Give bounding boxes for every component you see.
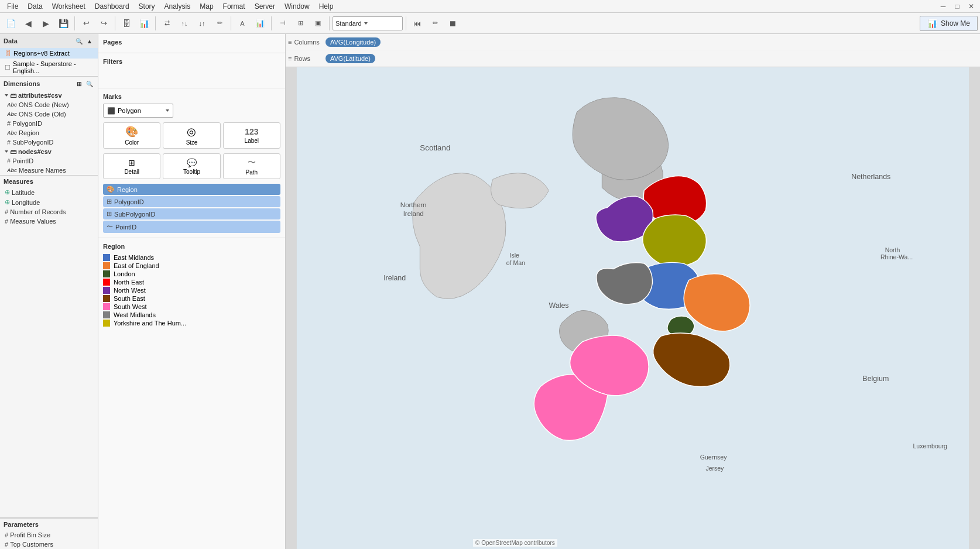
menu-help[interactable]: Help	[314, 1, 338, 12]
marks-label-btn[interactable]: 123 Label	[223, 122, 280, 149]
sep7	[406, 16, 406, 30]
marks-field-point[interactable]: 〜 PointID	[103, 221, 280, 233]
point-field-label: PointID	[115, 224, 136, 231]
datasource-btn[interactable]: 🗄	[118, 15, 135, 32]
beginning-btn[interactable]: ⏮	[409, 15, 426, 32]
menu-analysis[interactable]: Analysis	[160, 1, 196, 12]
sort-desc-btn[interactable]: ↓↑	[194, 15, 210, 32]
data-collapse-icon[interactable]: ▲	[85, 36, 94, 46]
nodes-table-icon: 🗃	[10, 148, 16, 155]
dimensions-search-icon[interactable]: 🔍	[85, 79, 94, 88]
legend-east-england[interactable]: East of England	[103, 262, 280, 270]
legend-yorkshire[interactable]: Yorkshire and The Hum...	[103, 319, 280, 327]
window-min-btn[interactable]: ─	[937, 1, 950, 12]
legend-south-west[interactable]: South West	[103, 303, 280, 311]
play-back-btn[interactable]: ✏	[427, 15, 443, 32]
measure-num-records[interactable]: # Number of Records	[0, 207, 98, 217]
menu-server[interactable]: Server	[250, 1, 280, 12]
marks-path-btn[interactable]: 〜 Path	[223, 153, 280, 179]
sort-asc-btn[interactable]: ↑↓	[176, 15, 193, 32]
dim-measure-names[interactable]: Abc Measure Names	[2, 166, 98, 175]
shelves-area: ≡ Columns AVG(Longitude) ≡ Rows AVG(Lati…	[286, 34, 980, 67]
subpolygon-field-label: SubPolygonID	[114, 211, 155, 218]
map-canvas[interactable]: Scotland Northern Ireland Isle of Man Ir…	[286, 67, 980, 549]
redo-btn[interactable]: ↪	[95, 15, 112, 32]
map-svg-container: Scotland Northern Ireland Isle of Man Ir…	[286, 67, 980, 549]
attributes-group-header[interactable]: 🗃 attributes#csv	[2, 91, 98, 100]
data-section-header[interactable]: Data 🔍 ▲	[0, 34, 98, 48]
menu-map[interactable]: Map	[195, 1, 218, 12]
rows-pill[interactable]: AVG(Latitude)	[325, 54, 375, 63]
measure-latitude[interactable]: ⊕ Latitude	[0, 187, 98, 197]
dim-region[interactable]: Abc Region	[2, 128, 98, 138]
marks-color-btn[interactable]: 🎨 Color	[103, 122, 160, 149]
measure-longitude[interactable]: ⊕ Longitude	[0, 197, 98, 207]
save-btn[interactable]: 💾	[55, 15, 71, 32]
marks-field-subpolygon[interactable]: ⊞ SubPolygonID	[103, 208, 280, 219]
dim-point-id[interactable]: # PointID	[2, 156, 98, 166]
window-max-btn[interactable]: □	[951, 1, 964, 12]
path-icon: 〜	[248, 157, 256, 168]
dim-subpolygon-id[interactable]: # SubPolygonID	[2, 138, 98, 147]
measure-values[interactable]: # Measure Values	[0, 217, 98, 226]
fix-axes-btn[interactable]: ⊣	[275, 15, 291, 32]
isle-man-label: Isle	[509, 252, 519, 259]
measures-section: Measures ⊕ Latitude ⊕ Longitude # Number…	[0, 176, 98, 518]
marks-field-region[interactable]: 🎨 Region	[103, 184, 280, 195]
menu-story[interactable]: Story	[134, 1, 160, 12]
legend-color-north-east	[103, 279, 110, 286]
presentation-btn[interactable]: ⏹	[444, 15, 461, 32]
marks-field-polygon[interactable]: ⊞ PolygonID	[103, 196, 280, 207]
marks-tooltip-btn[interactable]: 💬 Tooltip	[163, 153, 220, 179]
north-rhine-label: North	[885, 246, 900, 253]
new-btn[interactable]: 📄	[2, 15, 19, 32]
legend-color-london	[103, 270, 110, 277]
marks-type-dropdown[interactable]: ⬛ Polygon	[103, 104, 173, 118]
menu-format[interactable]: Format	[218, 1, 250, 12]
northern-ireland-label: Northern	[400, 201, 427, 208]
columns-pill[interactable]: AVG(Longitude)	[325, 37, 381, 47]
dimensions-grid-icon[interactable]: ⊞	[74, 79, 84, 88]
label-btn[interactable]: A	[234, 15, 251, 32]
highlight-btn[interactable]: ✏	[211, 15, 228, 32]
param-top-customers[interactable]: # Top Customers	[0, 540, 98, 549]
format-btn[interactable]: 📊	[252, 15, 268, 32]
fit-dropdown[interactable]: Standard	[333, 16, 403, 30]
marks-detail-btn[interactable]: ⊞ Detail	[103, 153, 160, 179]
back-btn[interactable]: ◀	[20, 15, 36, 32]
menu-bar: File Data Worksheet Dashboard Story Anal…	[0, 0, 980, 13]
param-profit-bin[interactable]: # Profit Bin Size	[0, 530, 98, 540]
undo-btn[interactable]: ↩	[78, 15, 94, 32]
window-close-btn[interactable]: ✕	[965, 1, 978, 12]
legend-east-midlands[interactable]: East Midlands	[103, 253, 280, 262]
legend-label-south-west: South West	[114, 303, 147, 310]
legend-west-midlands[interactable]: West Midlands	[103, 311, 280, 319]
legend-north-west[interactable]: North West	[103, 286, 280, 294]
swap-btn[interactable]: ⇄	[159, 15, 175, 32]
show-me-button[interactable]: 📊 Show Me	[920, 16, 978, 31]
menu-data[interactable]: Data	[23, 1, 47, 12]
menu-worksheet[interactable]: Worksheet	[47, 1, 90, 12]
view-btn[interactable]: ⊞	[292, 15, 309, 32]
tooltip-btn[interactable]: ▣	[310, 15, 326, 32]
datasource-superstore[interactable]: ☐ Sample - Superstore - English...	[0, 59, 98, 76]
columns-icon: ≡	[288, 39, 292, 46]
dim-polygon-id[interactable]: # PolygonID	[2, 119, 98, 128]
marks-size-btn[interactable]: ◎ Size	[163, 122, 220, 149]
legend-london[interactable]: London	[103, 270, 280, 278]
menu-window[interactable]: Window	[280, 1, 314, 12]
forward-btn[interactable]: ▶	[37, 15, 54, 32]
menu-file[interactable]: File	[2, 1, 23, 12]
dim-ons-old[interactable]: Abc ONS Code (Old)	[2, 109, 98, 119]
label-icon: 123	[245, 127, 258, 136]
legend-north-east[interactable]: North East	[103, 278, 280, 286]
chart-btn[interactable]: 📊	[136, 15, 152, 32]
data-search-icon[interactable]: 🔍	[74, 36, 84, 46]
menu-dashboard[interactable]: Dashboard	[90, 1, 134, 12]
datasource-extract-label: Regions+v8 Extract	[13, 50, 70, 57]
luxembourg-label: Luxembourg	[913, 442, 947, 450]
dim-ons-new[interactable]: Abc ONS Code (New)	[2, 100, 98, 109]
nodes-group-header[interactable]: 🗃 nodes#csv	[2, 147, 98, 156]
legend-south-east[interactable]: South East	[103, 294, 280, 303]
datasource-extract[interactable]: 🗄 Regions+v8 Extract	[0, 48, 98, 59]
